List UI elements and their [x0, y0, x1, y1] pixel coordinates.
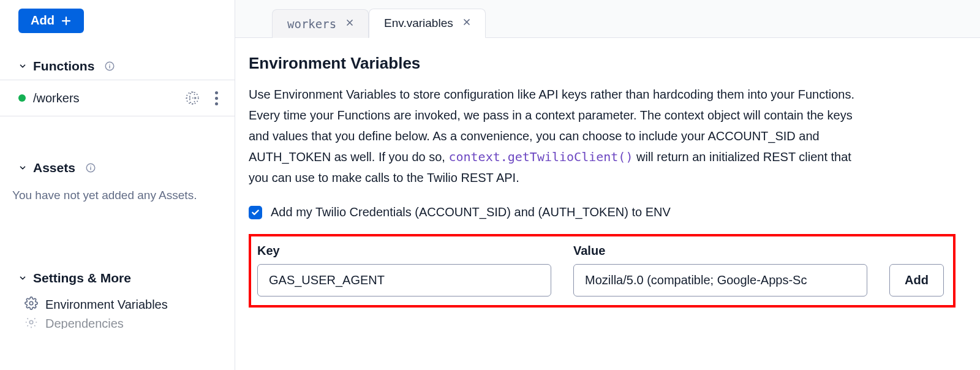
- checkbox-checked-icon[interactable]: [249, 206, 262, 219]
- tab-env-variables[interactable]: Env.variables: [369, 9, 486, 38]
- assets-header[interactable]: Assets: [0, 153, 235, 181]
- page-title: Environment Variables: [249, 54, 956, 73]
- add-button-label: Add: [31, 13, 55, 28]
- settings-item-env-vars[interactable]: Environment Variables: [0, 292, 235, 318]
- value-label: Value: [573, 244, 867, 258]
- status-dot-icon: [18, 94, 26, 102]
- functions-header[interactable]: Functions: [0, 51, 235, 80]
- settings-title: Settings & More: [33, 271, 131, 285]
- function-item-workers[interactable]: /workers: [0, 80, 235, 116]
- key-label: Key: [257, 244, 551, 258]
- add-env-button[interactable]: Add: [889, 264, 944, 296]
- assets-title: Assets: [33, 160, 75, 175]
- credentials-label: Add my Twilio Credentials (ACCOUNT_SID) …: [271, 205, 671, 219]
- tab-label: workers: [287, 17, 336, 31]
- assets-section: Assets You have not yet added any Assets…: [0, 153, 235, 202]
- functions-section: Functions /workers: [0, 51, 235, 116]
- env-value-input[interactable]: [573, 264, 867, 296]
- plus-icon: [61, 15, 72, 26]
- add-button[interactable]: Add: [18, 9, 84, 33]
- chevron-down-icon: [18, 164, 27, 172]
- close-icon[interactable]: [462, 17, 472, 30]
- svg-point-4: [29, 301, 33, 305]
- svg-point-5: [29, 320, 33, 324]
- tab-label: Env.variables: [384, 17, 453, 30]
- tab-workers[interactable]: workers: [272, 9, 369, 38]
- assets-empty-text: You have not yet added any Assets.: [0, 181, 235, 202]
- env-key-input[interactable]: [257, 264, 551, 296]
- env-var-form: Key Value Add: [249, 234, 956, 308]
- tab-bar: workers Env.variables: [235, 0, 980, 38]
- info-icon[interactable]: [85, 162, 96, 173]
- main: workers Env.variables Environment Variab…: [235, 0, 980, 370]
- settings-header[interactable]: Settings & More: [0, 263, 235, 292]
- info-icon[interactable]: [104, 61, 115, 72]
- chevron-down-icon: [18, 62, 27, 70]
- env-key-field: Key: [257, 244, 551, 296]
- globe-icon[interactable]: [183, 89, 202, 107]
- content: Environment Variables Use Environment Va…: [235, 38, 980, 308]
- credentials-checkbox-row[interactable]: Add my Twilio Credentials (ACCOUNT_SID) …: [249, 205, 956, 219]
- settings-item-label: Environment Variables: [45, 298, 168, 312]
- env-value-field: Value: [573, 244, 867, 296]
- gear-icon: [24, 318, 38, 329]
- settings-item-label: Dependencies: [45, 318, 124, 329]
- close-icon[interactable]: [345, 18, 355, 31]
- sidebar: Add Functions /workers: [0, 0, 235, 370]
- settings-section: Settings & More Environment Variables De…: [0, 263, 235, 329]
- gear-icon: [24, 296, 38, 313]
- settings-item-dependencies[interactable]: Dependencies: [0, 318, 235, 329]
- functions-title: Functions: [33, 59, 94, 74]
- description-code: context.getTwilioClient(): [448, 149, 633, 164]
- description: Use Environment Variables to store confi…: [249, 84, 873, 188]
- kebab-menu-icon[interactable]: [209, 91, 224, 105]
- function-name: /workers: [33, 91, 176, 105]
- chevron-down-icon: [18, 274, 27, 282]
